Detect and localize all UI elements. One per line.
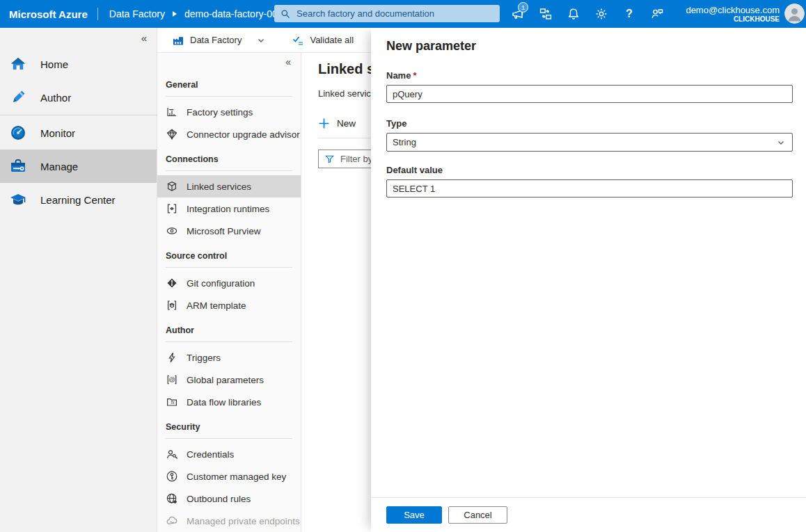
sidebar-item-microsoft-purview[interactable]: Microsoft Purview: [157, 220, 301, 242]
type-select[interactable]: String: [386, 133, 793, 152]
account-tenant: CLICKHOUSE: [734, 15, 780, 24]
sidebar-item-arm-template[interactable]: ARM template: [157, 294, 301, 316]
key-circle-icon: [166, 470, 178, 483]
type-label: Type: [386, 118, 793, 129]
panel-footer: Save Cancel: [371, 497, 806, 532]
new-parameter-panel: New parameter Name* Type String Default …: [371, 28, 806, 532]
linked-services-icon: [166, 180, 178, 193]
panel-title: New parameter: [386, 39, 793, 54]
left-nav-collapse-button[interactable]: «: [0, 28, 157, 47]
name-label: Name*: [386, 70, 793, 81]
required-asterisk: *: [413, 70, 416, 81]
sidebar-item-managed-private-endpoints[interactable]: Managed private endpoints: [157, 510, 301, 532]
notifications-button[interactable]: [560, 0, 587, 28]
type-selected-value: String: [393, 137, 416, 147]
default-value-label: Default value: [386, 165, 793, 175]
graduation-cap-icon: [9, 191, 27, 209]
sidebar-item-connector-upgrade-advisor[interactable]: Connector upgrade advisor: [157, 123, 301, 145]
breadcrumb-factory[interactable]: demo-data-factory-00: [184, 8, 283, 19]
svg-text:@: @: [168, 376, 175, 383]
nav-label: Learning Center: [40, 194, 116, 206]
sidebar-item-factory-settings[interactable]: Factory settings: [157, 101, 301, 123]
account-email: demo@clickhouse.com: [686, 5, 780, 15]
section-divider: [166, 438, 292, 439]
globe-icon: [166, 492, 178, 505]
sidebar-item-linked-services[interactable]: Linked services: [157, 175, 301, 198]
global-search[interactable]: [274, 5, 500, 22]
gear-icon: [594, 7, 608, 21]
at-brackets-icon: @: [166, 373, 178, 386]
account-info[interactable]: demo@clickhouse.com CLICKHOUSE: [686, 0, 780, 28]
validate-icon: [292, 34, 304, 47]
bell-icon: [567, 7, 580, 21]
nav-label: Monitor: [40, 127, 75, 139]
topbar-icons: 1 ?: [504, 0, 671, 28]
name-field[interactable]: [386, 85, 793, 103]
manage-sidebar-collapse-button[interactable]: «: [157, 53, 301, 71]
section-header-source-control: Source control: [157, 242, 301, 261]
diamond-icon: [166, 128, 178, 140]
nav-label: Manage: [40, 161, 78, 172]
cancel-button[interactable]: Cancel: [448, 506, 507, 524]
feedback-icon: [650, 7, 664, 21]
section-divider: [166, 267, 292, 268]
person-key-icon: [166, 448, 178, 460]
search-input[interactable]: [297, 8, 494, 19]
nav-label: Home: [40, 58, 68, 70]
section-header-security: Security: [157, 413, 301, 433]
integration-runtimes-icon: [166, 202, 178, 215]
toolbox-icon: [9, 157, 27, 175]
sidebar-item-global-parameters[interactable]: @ Global parameters: [157, 369, 301, 391]
chevron-down-icon: [257, 36, 265, 45]
section-header-author: Author: [157, 316, 301, 336]
sidebar-item-integration-runtimes[interactable]: Integration runtimes: [157, 198, 301, 220]
settings-button[interactable]: [587, 0, 615, 28]
default-value-field[interactable]: [386, 179, 793, 198]
arm-template-icon: [166, 299, 178, 312]
sidebar-item-data-flow-libraries[interactable]: fx Data flow libraries: [157, 391, 301, 413]
nav-divider: [0, 115, 157, 115]
factory-settings-icon: [166, 106, 178, 118]
section-header-general: General: [157, 71, 301, 90]
nav-item-learning-center[interactable]: Learning Center: [0, 183, 157, 216]
nav-item-monitor[interactable]: Monitor: [0, 116, 157, 150]
chevron-down-icon: [777, 138, 785, 147]
help-button[interactable]: ?: [615, 0, 643, 28]
azure-brand[interactable]: Microsoft Azure: [9, 8, 88, 20]
sidebar-item-customer-managed-key[interactable]: Customer managed key: [157, 465, 301, 487]
eye-icon: [166, 225, 178, 237]
breadcrumb-app[interactable]: Data Factory: [109, 8, 165, 19]
folder-fx-icon: fx: [166, 396, 178, 408]
notification-badge: 1: [518, 2, 528, 13]
lightning-icon: [166, 351, 178, 364]
switch-directory-button[interactable]: [532, 0, 560, 28]
validate-all-button[interactable]: Validate all: [292, 34, 354, 47]
factory-menu-button[interactable]: Data Factory: [172, 34, 265, 47]
avatar[interactable]: [784, 3, 805, 24]
directory-switch-icon: [539, 7, 553, 21]
data-factory-icon: [172, 34, 184, 47]
announcements-button[interactable]: 1: [504, 0, 532, 28]
section-header-connections: Connections: [157, 145, 301, 165]
section-divider: [166, 170, 292, 171]
plus-icon: [318, 118, 330, 129]
nav-item-manage[interactable]: Manage: [0, 150, 157, 183]
validate-all-label: Validate all: [310, 35, 354, 45]
left-nav: « Home Author Monitor Manage Learning Ce…: [0, 28, 157, 532]
save-button[interactable]: Save: [386, 506, 442, 524]
topbar-divider: [97, 8, 98, 20]
sidebar-item-git-configuration[interactable]: Git configuration: [157, 272, 301, 294]
feedback-button[interactable]: [643, 0, 671, 28]
sidebar-item-triggers[interactable]: Triggers: [157, 346, 301, 369]
nav-item-home[interactable]: Home: [0, 47, 157, 81]
factory-menu-label: Data Factory: [190, 35, 242, 45]
sidebar-item-outbound-rules[interactable]: Outbound rules: [157, 487, 301, 510]
pencil-icon: [9, 88, 27, 106]
sidebar-item-credentials[interactable]: Credentials: [157, 443, 301, 465]
collapse-chevrons-icon: «: [141, 32, 147, 44]
collapse-chevrons-icon: «: [285, 56, 291, 67]
home-icon: [9, 55, 27, 73]
nav-item-author[interactable]: Author: [0, 81, 157, 114]
breadcrumb-chevron-icon: [172, 10, 177, 17]
cloud-icon: [166, 515, 178, 527]
